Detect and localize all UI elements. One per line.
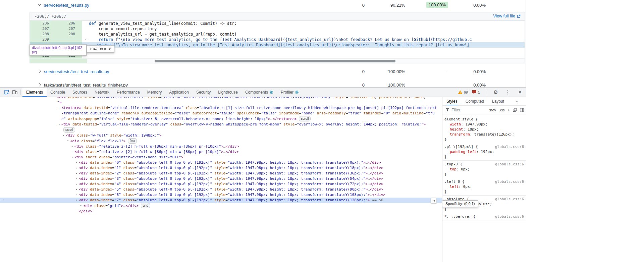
css-property[interactable]: width: 1947.98px; — [444, 122, 525, 127]
more-menu-icon[interactable]: ⋮ — [504, 88, 512, 96]
dom-tree-node[interactable]: ▸<div data-index="6" class="absolute lef… — [0, 192, 442, 198]
expand-arrow-icon[interactable]: ▸ — [75, 187, 78, 192]
file-link[interactable]: services/test_results.py — [44, 3, 89, 8]
stylesheet-link[interactable]: globals.css:6 — [495, 214, 524, 219]
tab-elements[interactable]: Elements — [22, 88, 47, 97]
diff-line: 208208 test_analytics_url = get_test_ana… — [30, 32, 525, 37]
file-row[interactable]: services/tests/test_test_results.py0100.… — [0, 67, 526, 76]
css-property[interactable]: top: 0px; — [444, 167, 525, 172]
toggle-element-state-button[interactable]: :hov — [489, 108, 496, 112]
stylesheet-link[interactable]: globals.css:6 — [495, 162, 524, 167]
dom-tree-node[interactable]: ▸<div class="relative z-[2] h-full w-[86… — [0, 149, 442, 155]
expand-arrow-icon[interactable]: ▸ — [75, 176, 78, 181]
stylesheet-link[interactable]: globals.css:6 — [495, 197, 524, 202]
rule-selector[interactable]: element.style — [444, 117, 473, 121]
browser-window: -206,7 +206,7 View full file 206206def g… — [0, 0, 526, 262]
file-link[interactable]: services/tests/test_test_results.py — [44, 69, 109, 74]
expand-arrow-icon[interactable]: ▸ — [75, 165, 78, 171]
tab-sources[interactable]: Sources — [69, 88, 91, 97]
tab-security[interactable]: Security — [193, 88, 214, 97]
css-property[interactable]: position: absolute;Specificity: (0,0,1) — [444, 202, 525, 207]
toolbar-divider — [486, 90, 486, 95]
device-toolbar-icon[interactable] — [11, 88, 19, 96]
dom-tree-node[interactable]: ▸<div data-index="4" class="absolute lef… — [0, 181, 442, 187]
dom-tree-node-selected[interactable]: ▾<div data-index="7" class="absolute lef… — [0, 198, 442, 203]
file-row[interactable]: services/test_results.py090.21%100.00%0.… — [0, 1, 526, 10]
view-full-file-link[interactable]: View full file — [493, 14, 521, 18]
dom-tree-node[interactable]: ▾<div data-testid="virtual-file-renderer… — [0, 122, 442, 133]
close-devtools-icon[interactable]: × — [516, 88, 524, 96]
expand-arrow-icon[interactable]: ▸ — [75, 181, 78, 187]
tab-network[interactable]: Network — [91, 88, 113, 97]
more-tabs-icon[interactable]: » — [515, 99, 517, 104]
dom-tree-node[interactable]: ▾<div class="w-full" style="width: 1948p… — [0, 133, 442, 138]
css-property[interactable]: transform: translateY(126px); — [444, 132, 525, 137]
tab-console[interactable]: Console — [47, 88, 69, 97]
chevron-right-icon[interactable] — [38, 83, 41, 87]
tab-components[interactable]: Components — [241, 88, 277, 97]
tab-application[interactable]: Application — [165, 88, 193, 97]
flex-badge[interactable]: flex — [128, 138, 137, 144]
collapse-arrow-icon[interactable]: ▾ — [62, 133, 65, 138]
file-row[interactable]: tasks/tests/unit/test_test_results_finis… — [0, 81, 526, 87]
sidebar-tab-styles[interactable]: Styles — [446, 97, 458, 105]
tab-profiler[interactable]: Profiler — [277, 88, 303, 97]
expand-arrow-icon[interactable]: ▸ — [70, 149, 74, 155]
filter-input[interactable]: Filter — [451, 108, 461, 112]
expand-arrow-icon[interactable]: ▸ — [75, 171, 78, 176]
css-property[interactable]: padding-left: 192px; — [444, 149, 525, 154]
dom-tree-node[interactable]: "> — [0, 100, 442, 105]
rule-selector[interactable]: *, ::before, — [444, 214, 471, 219]
copy-styles-icon[interactable] — [513, 108, 517, 112]
collapse-arrow-icon[interactable]: ▾ — [75, 198, 78, 203]
expand-arrow-icon[interactable]: ▸ — [75, 192, 78, 198]
collapse-arrow-icon[interactable]: ▾ — [70, 155, 74, 160]
dom-tree-node[interactable]: ▸<div data-index="3" class="absolute lef… — [0, 176, 442, 181]
dom-tree-node[interactable]: ▾<div class="flex flex-1">flex — [0, 138, 442, 144]
new-style-rule-button[interactable]: + — [508, 108, 510, 112]
dom-tree-node[interactable]: ▸<textarea data-testid="virtual-file-ren… — [0, 105, 442, 122]
issues-counter[interactable]: 1 — [472, 90, 480, 94]
dom-tree-node[interactable]: ▸<div data-index="5" class="absolute lef… — [0, 187, 442, 192]
scroll-badge[interactable]: scroll — [299, 116, 311, 121]
settings-gear-icon[interactable]: ⚙ — [492, 88, 500, 96]
stylesheet-link[interactable]: globals.css:6 — [495, 144, 524, 149]
dom-tree-node[interactable]: ▸<div data-index="2" class="absolute lef… — [0, 171, 442, 176]
sidebar-tab-layout[interactable]: Layout — [492, 97, 504, 105]
inspect-element-icon[interactable] — [3, 88, 11, 96]
expand-arrow-icon[interactable]: ▸ — [57, 105, 61, 111]
chevron-down-icon[interactable] — [38, 3, 41, 6]
chevron-right-icon[interactable] — [38, 70, 41, 73]
dom-tree-node[interactable]: ▸<div class="grid">…</div>grid — [0, 203, 442, 209]
rule-selector[interactable]: .top-0 — [444, 162, 458, 166]
inspect-tooltip: div.absolute.left-0.top-0.pl-[192px] 194… — [30, 44, 114, 56]
dom-tree-node[interactable]: ▸<div class="relative z-[2] h-full w-[86… — [0, 144, 442, 149]
scroll-badge[interactable]: scroll — [63, 127, 75, 133]
console-warnings-counter[interactable]: 69 — [458, 90, 468, 94]
computed-sidebar-icon[interactable] — [520, 108, 524, 112]
collapse-arrow-icon[interactable]: ▾ — [66, 138, 70, 144]
dom-tree-node[interactable]: <div data-testid="virtual-file-renderer"… — [0, 97, 442, 100]
element-classes-button[interactable]: .cls — [499, 108, 505, 112]
dom-tree-node[interactable]: ▾<div inert class="pointer-events-none s… — [0, 155, 442, 160]
expand-arrow-icon[interactable]: ▸ — [75, 160, 78, 165]
rule-selector[interactable]: .left-0 — [444, 179, 460, 184]
dom-tree-node[interactable]: ▸<div data-index="1" class="absolute lef… — [0, 165, 442, 171]
diff-scrollbar[interactable] — [30, 58, 525, 63]
stylesheet-link[interactable]: globals.css:6 — [495, 179, 524, 184]
rule-selector[interactable]: .pl-\[192px\] — [444, 145, 473, 149]
expand-arrow-icon[interactable]: ▸ — [79, 203, 83, 208]
dom-tree-node[interactable]: </div> — [0, 209, 442, 214]
dom-tree-node[interactable]: ▸<div data-index="0" class="absolute lef… — [0, 160, 442, 165]
scrollbar-thumb[interactable] — [155, 60, 395, 62]
tab-performance[interactable]: Performance — [113, 88, 144, 97]
tab-lighthouse[interactable]: Lighthouse — [214, 88, 241, 97]
sidebar-tab-computed[interactable]: Computed — [466, 97, 484, 105]
file-link[interactable]: tasks/tests/unit/test_test_results_finis… — [44, 83, 128, 87]
collapse-arrow-icon[interactable]: ▾ — [57, 122, 61, 127]
grid-badge[interactable]: grid — [141, 203, 151, 208]
expand-arrow-icon[interactable]: ▸ — [70, 144, 74, 149]
css-property[interactable]: left: 0px; — [444, 184, 525, 189]
tab-memory[interactable]: Memory — [144, 88, 165, 97]
css-property[interactable]: height: 18px; — [444, 127, 525, 132]
